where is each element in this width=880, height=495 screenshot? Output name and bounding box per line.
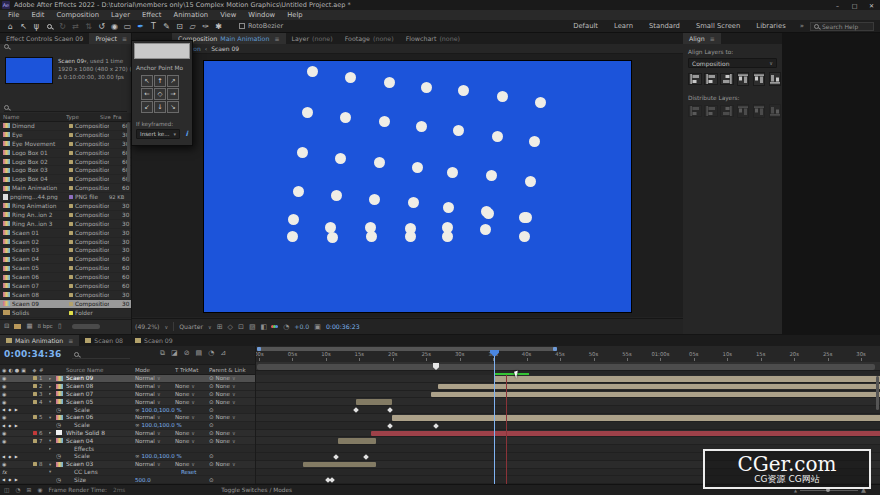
keyframe-icon[interactable]	[433, 423, 439, 429]
anchor-move-8-button[interactable]: ↘	[167, 101, 179, 113]
draft-3d-icon[interactable]: ◪	[171, 349, 178, 357]
anchor-move-3-button[interactable]: ←	[141, 88, 153, 100]
layer-duration-bar[interactable]	[431, 392, 880, 398]
layer-duration-bar[interactable]	[371, 431, 880, 437]
anchor-move-2-button[interactable]: ↗	[167, 75, 179, 87]
property-value[interactable]: Reset	[181, 469, 196, 475]
project-item[interactable]: Scaen 03Composition30	[0, 246, 131, 255]
project-item[interactable]: Scaen 02Composition30	[0, 238, 131, 247]
mask-visibility-icon[interactable]: ◇	[228, 323, 233, 331]
close-button[interactable]: ✕	[863, 2, 880, 9]
stopwatch-icon[interactable]: ◷	[56, 453, 61, 459]
eye-icon[interactable]: ◉	[2, 375, 6, 381]
twirl-icon[interactable]: ▸	[49, 375, 56, 382]
keyframe-icon[interactable]	[329, 478, 335, 484]
mode-dropdown[interactable]: Normal∨	[135, 391, 175, 398]
anchor-move-4-button[interactable]: ◇	[154, 88, 166, 100]
exposure-value[interactable]: +0.0	[294, 323, 309, 330]
show-channel-icon[interactable]	[272, 325, 278, 328]
work-area-region[interactable]	[257, 364, 875, 370]
orbit-camera-tool[interactable]: ↻	[56, 20, 69, 33]
brush-tool[interactable]: ✎	[160, 20, 173, 33]
trkmat-dropdown[interactable]: None∨	[175, 391, 209, 398]
anchor-move-7-button[interactable]: ↓	[154, 101, 166, 113]
mode-dropdown[interactable]: Normal∨	[135, 430, 175, 437]
distribute-right-button[interactable]	[769, 104, 781, 118]
pan-camera-tool[interactable]: ⇄	[69, 20, 82, 33]
layer-duration-bar[interactable]	[338, 438, 376, 444]
region-of-interest-icon[interactable]: ⊡	[238, 323, 244, 331]
twirl-icon[interactable]: ▸	[49, 391, 56, 398]
project-item[interactable]: Logo Box 01Composition60	[0, 149, 131, 158]
keyframe-icon[interactable]	[363, 454, 369, 460]
timeline-tab-scaen-08[interactable]: Scaen 08	[79, 335, 129, 346]
track-row[interactable]	[256, 391, 880, 399]
fast-previews-icon[interactable]: ◔	[283, 323, 289, 331]
twirl-icon[interactable]: ▾	[49, 414, 56, 421]
keyframe-icon[interactable]	[387, 423, 393, 429]
inout-pane-icon[interactable]: ⊞	[27, 487, 32, 493]
align-top-button[interactable]	[737, 72, 749, 86]
layer-duration-bar[interactable]	[392, 415, 880, 421]
property-value[interactable]: 100.0,100.0 %	[142, 422, 182, 428]
eye-icon[interactable]: ◉	[2, 383, 6, 389]
track-row[interactable]	[256, 414, 880, 422]
timeline-row-scaen-09[interactable]: ◉1▸Scaen 09Normal∨⊙None∨	[0, 375, 255, 383]
parent-link-dropdown[interactable]: ⊙None∨	[209, 461, 255, 468]
project-hscrollbar[interactable]	[72, 324, 100, 329]
workspace-overflow-icon[interactable]: »	[796, 22, 808, 30]
mode-dropdown[interactable]: Normal∨	[135, 461, 175, 468]
twirl-icon[interactable]	[49, 422, 56, 429]
workspace-tab-default[interactable]: Default	[565, 22, 606, 30]
parent-link-dropdown[interactable]: ⊙None∨	[209, 430, 255, 437]
frame-blending-icon[interactable]: ▤	[196, 349, 203, 357]
graph-editor-icon[interactable]: ⊿	[220, 349, 226, 357]
eye-icon[interactable]: ◉	[2, 399, 6, 405]
tab-layer[interactable]: Layer(none)	[286, 33, 339, 44]
mode-dropdown[interactable]: Normal∨	[135, 398, 175, 405]
mode-dropdown[interactable]: Normal∨	[135, 375, 175, 382]
align-to-dropdown[interactable]: Composition ∨	[688, 58, 777, 68]
keyframe-icon[interactable]	[387, 407, 393, 413]
property-value[interactable]: 100.0,100.0 %	[142, 453, 182, 459]
panel-menu-icon[interactable]: ≡	[274, 35, 279, 42]
twirl-icon[interactable]: ▾	[49, 398, 56, 405]
pickwhip-icon[interactable]: ⊙	[209, 476, 255, 483]
timeline-row-scaen-05[interactable]: ◉4▾Scaen 05Normal∨None∨⊙None∨	[0, 398, 255, 406]
workspace-tab-small-screen[interactable]: Small Screen	[688, 22, 748, 30]
layer-duration-bar[interactable]	[356, 399, 392, 405]
current-time-indicator-line[interactable]	[494, 356, 495, 484]
eye-icon[interactable]: ◉	[2, 391, 6, 397]
property-value[interactable]: 100.0,100.0 %	[142, 407, 182, 413]
trkmat-dropdown[interactable]: None∨	[175, 437, 209, 444]
eye-icon[interactable]: ◉	[2, 430, 6, 436]
eye-icon[interactable]: ◉	[2, 414, 6, 420]
menu-animation[interactable]: Animation	[168, 11, 215, 19]
project-columns-header[interactable]: NameTypeSizeFra..	[0, 113, 131, 122]
project-item[interactable]: Ring AnimationComposition30	[0, 202, 131, 211]
zoom-tool[interactable]	[43, 20, 56, 33]
timeline-columns-header[interactable]: ◉◐●▣ ◆ # Source Name Mode T TrkMat Paren…	[0, 364, 255, 375]
project-bit-depth[interactable]: 8 bpc	[38, 323, 53, 329]
project-item[interactable]: Ring An..ion 2Composition30	[0, 211, 131, 220]
workspace-tab-standard[interactable]: Standard	[641, 22, 688, 30]
tab-effect-controls[interactable]: Effect Controls Scaen 09	[0, 33, 89, 44]
project-item[interactable]: Logo Box 04Composition60	[0, 175, 131, 184]
timeline-row-effects[interactable]: ▸Effects	[0, 445, 255, 453]
timeline-row-scaen-06[interactable]: ◉5▾Scaen 06Normal∨None∨⊙None∨	[0, 414, 255, 422]
project-item[interactable]: pngimg...44.pngPNG file92 KB	[0, 193, 131, 202]
project-item[interactable]: Logo Box 03Composition60	[0, 166, 131, 175]
stopwatch-icon[interactable]: ◷	[56, 477, 61, 483]
project-item[interactable]: EyeComposition30	[0, 131, 131, 140]
trkmat-dropdown[interactable]: None∨	[175, 398, 209, 405]
rotobezier-checkbox[interactable]	[239, 23, 245, 29]
workspace-tab-learn[interactable]: Learn	[606, 22, 641, 30]
timeline-timecode[interactable]: 0:00:34:36	[4, 349, 62, 359]
stopwatch-icon[interactable]: ◷	[56, 407, 61, 413]
twirl-icon[interactable]: ▸	[49, 430, 56, 437]
maximize-button[interactable]: □	[846, 2, 863, 9]
transparency-grid-icon[interactable]: ▨	[249, 323, 256, 331]
parent-link-dropdown[interactable]: ⊙None∨	[209, 437, 255, 444]
project-scrollbar[interactable]	[127, 122, 130, 182]
distribute-center-vertical-button[interactable]	[704, 105, 718, 117]
